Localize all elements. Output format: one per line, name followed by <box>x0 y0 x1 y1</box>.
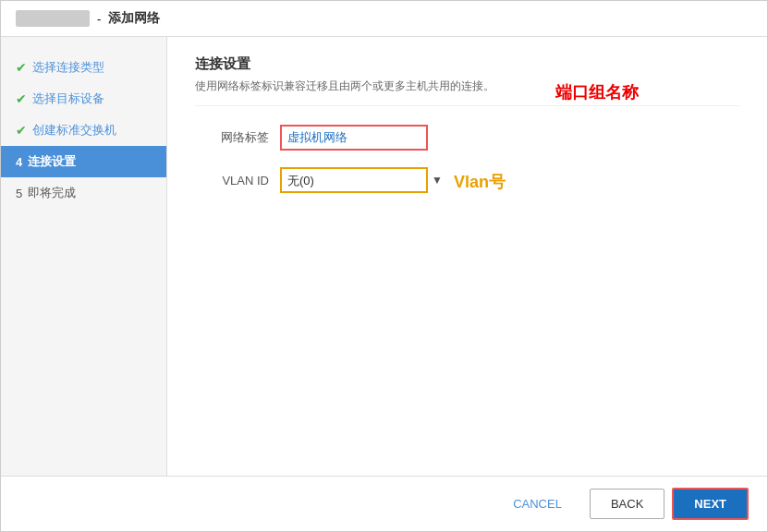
annotation-orange: Vlan号 <box>454 171 506 193</box>
network-label-input[interactable] <box>280 125 428 151</box>
main-content: 连接设置 使用网络标签标识兼容迁移且由两个或更多主机共用的连接。 网络标签 VL… <box>167 37 767 476</box>
step1-label: 选择连接类型 <box>32 59 104 76</box>
step5-label: 即将完成 <box>28 185 76 201</box>
check-icon-3: ✔ <box>16 123 27 138</box>
network-label-text: 网络标签 <box>195 129 269 146</box>
sidebar-item-step4[interactable]: 4 连接设置 <box>1 146 166 177</box>
vlan-select-wrapper: 无(0) 1 2 ▼ <box>280 167 443 193</box>
dialog-body: ✔ 选择连接类型 ✔ 选择目标设备 ✔ 创建标准交换机 4 连接设置 5 即将完… <box>1 37 767 476</box>
section-title: 连接设置 <box>195 55 739 73</box>
step5-num: 5 <box>16 187 22 200</box>
cancel-button[interactable]: CANCEL <box>493 490 582 518</box>
next-button[interactable]: NEXT <box>672 488 749 520</box>
step2-label: 选择目标设备 <box>32 91 104 107</box>
sidebar-item-step5[interactable]: 5 即将完成 <box>1 177 166 209</box>
dialog-header: - 添加网络 <box>1 1 767 37</box>
step4-label: 连接设置 <box>28 153 76 170</box>
network-label-row: 网络标签 <box>195 125 739 151</box>
sidebar-item-step2[interactable]: ✔ 选择目标设备 <box>1 83 166 115</box>
sidebar: ✔ 选择连接类型 ✔ 选择目标设备 ✔ 创建标准交换机 4 连接设置 5 即将完… <box>1 37 167 476</box>
logo <box>16 10 90 27</box>
dialog-add-network: - 添加网络 ✔ 选择连接类型 ✔ 选择目标设备 ✔ 创建标准交换机 4 <box>0 0 768 532</box>
vlan-label-text: VLAN ID <box>195 174 269 187</box>
check-icon-1: ✔ <box>16 60 27 75</box>
sidebar-item-step1[interactable]: ✔ 选择连接类型 <box>1 52 166 83</box>
chevron-down-icon: ▼ <box>432 174 443 187</box>
check-icon-2: ✔ <box>16 91 27 106</box>
step4-num: 4 <box>16 155 22 169</box>
step3-label: 创建标准交换机 <box>32 122 116 139</box>
annotation-red: 端口组名称 <box>555 81 639 103</box>
back-button[interactable]: BACK <box>590 489 664 519</box>
section-desc: 使用网络标签标识兼容迁移且由两个或更多主机共用的连接。 <box>195 79 739 106</box>
sidebar-item-step3[interactable]: ✔ 创建标准交换机 <box>1 115 166 146</box>
header-separator: - <box>97 12 101 26</box>
dialog-footer: CANCEL BACK NEXT <box>1 476 767 531</box>
dialog-title: 添加网络 <box>108 10 160 27</box>
vlan-id-select[interactable]: 无(0) 1 2 <box>280 167 428 193</box>
